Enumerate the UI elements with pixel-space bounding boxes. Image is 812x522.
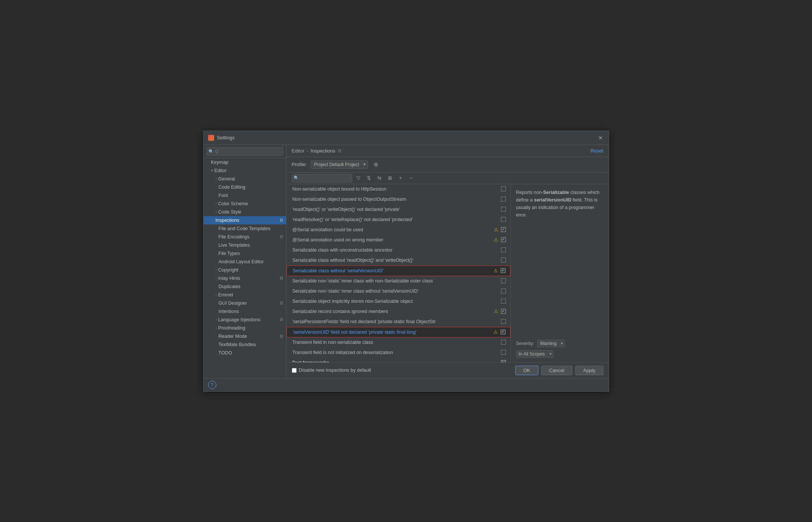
checkbox[interactable]	[501, 227, 506, 232]
checkbox[interactable]	[501, 186, 506, 191]
sidebar-item-gui-designer[interactable]: GUI Designer ⊟	[204, 299, 286, 307]
checkbox[interactable]	[501, 247, 506, 252]
disable-new-inspections-checkbox[interactable]	[292, 368, 297, 373]
check-cell[interactable]	[500, 298, 507, 305]
sidebar-item-textmate-bundles[interactable]: TextMate Bundles	[204, 340, 286, 349]
table-row-highlighted2[interactable]: 'serialVersionUID' field not declared 'p…	[286, 327, 510, 337]
table-row[interactable]: Non-serializable object bound to HttpSes…	[286, 184, 510, 194]
apply-button[interactable]: Apply	[575, 366, 604, 375]
check-cell[interactable]	[500, 359, 507, 362]
checkbox[interactable]	[501, 258, 506, 263]
sidebar-list: Keymap ▾ Editor › General Code Editing F…	[204, 158, 286, 378]
sidebar-item-intentions[interactable]: Intentions	[204, 307, 286, 316]
sidebar-item-inlay-hints[interactable]: › Inlay Hints ⊟	[204, 274, 286, 282]
table-row[interactable]: Serializable non-'static' inner class wi…	[286, 276, 510, 286]
sidebar-item-label: Inlay Hints	[218, 276, 240, 281]
sidebar-item-live-templates[interactable]: Live Templates	[204, 241, 286, 249]
sidebar-item-proofreading[interactable]: › Proofreading	[204, 324, 286, 332]
table-row[interactable]: 'serialPersistentFields' field not decla…	[286, 317, 510, 327]
sidebar-item-code-style[interactable]: › Code Style	[204, 208, 286, 216]
checkbox[interactable]	[501, 207, 506, 212]
help-button[interactable]: ?	[208, 381, 216, 389]
check-cell[interactable]	[500, 195, 507, 203]
cancel-button[interactable]: Cancel	[541, 366, 572, 375]
filter-input[interactable]	[292, 174, 352, 182]
expand-all-btn[interactable]: ⇅	[365, 174, 373, 182]
sidebar-item-file-code-templates[interactable]: File and Code Templates	[204, 224, 286, 233]
sidebar-item-reader-mode[interactable]: Reader Mode ⊟	[204, 332, 286, 340]
sidebar-item-duplicates[interactable]: Duplicates	[204, 282, 286, 291]
checkbox[interactable]	[501, 278, 506, 283]
checkbox[interactable]	[501, 350, 506, 355]
check-cell[interactable]	[500, 287, 507, 295]
check-cell[interactable]	[500, 236, 507, 244]
checkbox[interactable]	[501, 299, 506, 304]
check-cell[interactable]	[500, 349, 507, 356]
sidebar-item-todo[interactable]: TODO	[204, 349, 286, 357]
check-cell[interactable]	[500, 246, 507, 254]
checkbox[interactable]	[501, 217, 506, 222]
table-row[interactable]: Serializable non-'static' inner class wi…	[286, 286, 510, 296]
group-row-test-frameworks[interactable]: › Test frameworks	[286, 358, 510, 362]
reset-button[interactable]: Reset	[591, 148, 604, 154]
checkbox[interactable]	[501, 309, 506, 314]
sidebar-item-font[interactable]: Font	[204, 191, 286, 200]
severity-select[interactable]: Warning Error Info	[537, 340, 565, 347]
sidebar-item-android-layout-editor[interactable]: Android Layout Editor	[204, 258, 286, 266]
gear-icon-button[interactable]: ⚙	[372, 160, 381, 169]
table-row[interactable]: Non-serializable object passed to Object…	[286, 194, 510, 205]
table-row[interactable]: @Serial annotation used on wrong member …	[286, 235, 510, 245]
add-btn[interactable]: +	[397, 174, 405, 182]
sidebar-item-language-injections[interactable]: › Language Injections ⊟	[204, 316, 286, 324]
table-row[interactable]: Serializable record contains ignored mem…	[286, 307, 510, 317]
checkbox[interactable]	[501, 340, 506, 345]
table-row[interactable]: Serializable class without 'readObject()…	[286, 255, 510, 266]
profile-select[interactable]: Project Default Project	[311, 160, 368, 169]
sidebar-item-general[interactable]: › General	[204, 175, 286, 183]
checkbox[interactable]	[501, 319, 506, 324]
check-cell[interactable]	[500, 318, 507, 325]
checkbox[interactable]	[501, 237, 506, 242]
title-bar: Settings ✕	[204, 131, 609, 145]
sidebar-item-code-editing[interactable]: Code Editing	[204, 183, 286, 191]
check-cell[interactable]	[500, 185, 507, 193]
group-btn[interactable]: ⊞	[386, 174, 394, 182]
sidebar-item-color-scheme[interactable]: › Color Scheme	[204, 200, 286, 208]
ok-button[interactable]: OK	[515, 366, 538, 375]
check-cell[interactable]	[500, 216, 507, 223]
sidebar-item-file-encodings[interactable]: File Encodings ⊟	[204, 233, 286, 241]
check-cell[interactable]	[500, 206, 507, 213]
table-row[interactable]: @Serial annotation could be used ⚠	[286, 225, 510, 235]
sidebar-item-emmet[interactable]: › Emmet	[204, 291, 286, 299]
checkbox[interactable]	[501, 288, 506, 293]
table-row[interactable]: Transient field is not initialized on de…	[286, 348, 510, 358]
sidebar-item-inspections[interactable]: Inspections ⊟	[204, 216, 286, 224]
check-cell[interactable]	[499, 328, 507, 336]
filter-btn[interactable]: ▽	[354, 174, 363, 182]
checkbox[interactable]	[501, 360, 506, 362]
sidebar-item-file-types[interactable]: File Types	[204, 249, 286, 258]
table-row[interactable]: 'readObject()' or 'writeObject()' not de…	[286, 205, 510, 215]
checkbox[interactable]	[501, 268, 506, 273]
check-cell[interactable]	[500, 339, 507, 346]
sidebar-search-input[interactable]	[207, 147, 283, 156]
check-cell[interactable]	[500, 308, 507, 315]
check-cell[interactable]	[500, 256, 507, 264]
sidebar-item-copyright[interactable]: › Copyright	[204, 266, 286, 274]
table-row[interactable]: Transient field in non-serializable clas…	[286, 337, 510, 348]
table-row[interactable]: 'readResolve()' or 'writeReplace()' not …	[286, 215, 510, 225]
collapse-all-btn[interactable]: ⇆	[375, 174, 384, 182]
table-row[interactable]: Serializable object implicitly stores no…	[286, 296, 510, 307]
sidebar-item-editor[interactable]: ▾ Editor	[204, 166, 286, 175]
sidebar-item-keymap[interactable]: Keymap	[204, 158, 286, 166]
check-cell[interactable]	[499, 267, 507, 275]
close-button[interactable]: ✕	[597, 134, 604, 142]
check-cell[interactable]	[500, 277, 507, 285]
scope-select[interactable]: In All Scopes	[516, 350, 553, 358]
check-cell[interactable]	[500, 226, 507, 234]
table-row-selected[interactable]: Serializable class without 'serialVersio…	[286, 266, 510, 276]
table-row[interactable]: Serializable class with unconstructable …	[286, 245, 510, 255]
checkbox[interactable]	[501, 330, 506, 334]
remove-btn[interactable]: −	[407, 174, 415, 182]
checkbox[interactable]	[501, 197, 506, 201]
